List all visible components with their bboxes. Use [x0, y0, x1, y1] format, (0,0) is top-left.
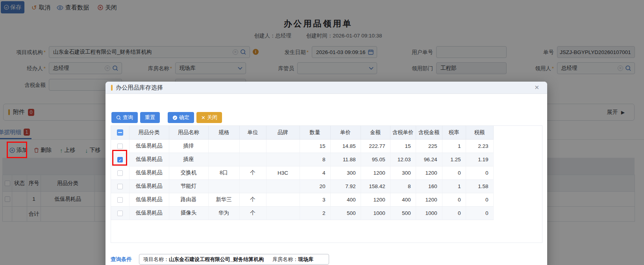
cell: 15: [390, 139, 416, 153]
column-header: 品牌: [266, 126, 300, 139]
cell: 插排: [169, 139, 208, 153]
cell: [239, 139, 266, 153]
cell: 1.25: [442, 153, 466, 166]
header-checkbox-cell: [111, 126, 129, 139]
cell: 插座: [169, 153, 208, 166]
table-row: 低值易耗品摄像头华为个25001000500100000: [111, 206, 493, 220]
cell: 11.88: [330, 153, 361, 166]
query-button[interactable]: 查询: [111, 112, 138, 123]
cell: 160: [416, 179, 442, 193]
table-row: 低值易耗品交换机8口个H3C43001200300120000: [111, 166, 493, 179]
cell: [239, 153, 266, 166]
cell: 158.42: [361, 179, 390, 193]
cell: 1000: [416, 206, 442, 220]
cell: 500: [330, 206, 361, 220]
cell: 路由器: [169, 193, 208, 206]
row-checkbox[interactable]: [117, 144, 123, 149]
cell: 2.23: [466, 139, 493, 153]
row-checkbox[interactable]: [117, 184, 123, 189]
cell: [266, 193, 300, 206]
inventory-table: 用品分类用品名称规格单位品牌数量单价金额含税单价含税金额税率税额 低值易耗品插排…: [111, 126, 494, 220]
cell: [208, 179, 239, 193]
row-checkbox[interactable]: [117, 197, 123, 203]
cell: 交换机: [169, 166, 208, 179]
cell: [239, 179, 266, 193]
cell: 95.05: [361, 153, 390, 166]
cell: 8口: [208, 166, 239, 179]
cell: 摄像头: [169, 206, 208, 220]
row-checkbox[interactable]: [117, 170, 123, 176]
reset-button[interactable]: 重置: [140, 112, 160, 123]
confirm-button[interactable]: 确定: [168, 112, 194, 123]
select-all-checkbox[interactable]: [117, 129, 123, 136]
cell: 4: [300, 166, 330, 179]
cell: 低值易耗品: [129, 206, 169, 220]
inventory-table-container: 用品分类用品名称规格单位品牌数量单价金额含税单价含税金额税率税额 低值易耗品插排…: [111, 125, 542, 243]
cell: [208, 153, 239, 166]
row-checkbox[interactable]: [117, 211, 123, 216]
cell: 225: [416, 139, 442, 153]
cell: 个: [239, 206, 266, 220]
warehouse-name-value: 现场库: [298, 256, 313, 263]
column-header: 金额: [361, 126, 390, 139]
x-icon: ✕: [201, 115, 205, 121]
cell: 1200: [416, 193, 442, 206]
query-condition-box: 项目名称：山东金石建设工程有限公司_财务结算机构 库房名称：现场库: [139, 254, 329, 265]
app-root: 保存 ↺ 取消 查看数据 关闭 办公用品领用单 创建人：总经理: [0, 0, 644, 265]
dialog-header: 办公用品库存选择 ✕: [105, 82, 547, 94]
cell: 12.03: [390, 153, 416, 166]
cell: 0: [466, 166, 493, 179]
dialog-title: 办公用品库存选择: [116, 84, 163, 91]
project-name-value: 山东金石建设工程有限公司_财务结算机构: [169, 256, 264, 263]
cell: 8: [300, 153, 330, 166]
dialog-close-icon[interactable]: ✕: [534, 84, 539, 90]
table-row: 低值易耗品节能灯207.92158.42816011.58: [111, 179, 493, 193]
cell: 低值易耗品: [129, 166, 169, 179]
column-header: 含税金额: [416, 126, 442, 139]
annotation-box-add: [7, 142, 27, 158]
cell: 1: [442, 179, 466, 193]
orange-bar-icon: [111, 85, 113, 91]
cell: 0: [442, 166, 466, 179]
column-header: 单价: [330, 126, 361, 139]
cell: 1.19: [466, 153, 493, 166]
cell: 15: [300, 139, 330, 153]
cell: 3: [300, 193, 330, 206]
cell: 1200: [361, 166, 390, 179]
query-condition-label: 查询条件: [111, 256, 132, 263]
cell: 300: [330, 166, 361, 179]
cell: 华为: [208, 206, 239, 220]
cell: 2: [300, 206, 330, 220]
cell: 新华三: [208, 193, 239, 206]
cell: 个: [239, 193, 266, 206]
inventory-table-header: 用品分类用品名称规格单位品牌数量单价金额含税单价含税金额税率税额: [111, 126, 493, 139]
cell: 7.92: [330, 179, 361, 193]
dialog-toolbar: 查询 重置 确定 ✕ 关闭: [111, 112, 224, 123]
cell: [266, 139, 300, 153]
cell: 1200: [416, 166, 442, 179]
cell: 20: [300, 179, 330, 193]
column-header: 用品名称: [169, 126, 208, 139]
search-icon: [116, 115, 121, 120]
cell: 1.58: [466, 179, 493, 193]
cell: 1200: [361, 193, 390, 206]
cell: 0: [466, 206, 493, 220]
cell: 低值易耗品: [129, 153, 169, 166]
check-circle-icon: [172, 115, 178, 120]
cell: [266, 206, 300, 220]
cell: 0: [442, 193, 466, 206]
cell: [266, 179, 300, 193]
cell: 个: [239, 166, 266, 179]
cell: 14.85: [330, 139, 361, 153]
table-row: 低值易耗品路由器新华三个34001200400120000: [111, 193, 493, 206]
column-header: 规格: [208, 126, 239, 139]
table-row: 低值易耗品插排1514.85222.771522512.23: [111, 139, 493, 153]
cell: 1000: [361, 206, 390, 220]
inventory-select-dialog: 办公用品库存选择 ✕ 查询 重置 确定 ✕ 关闭: [105, 82, 547, 265]
cell: 500: [390, 206, 416, 220]
cell: 300: [390, 166, 416, 179]
column-header: 税额: [466, 126, 493, 139]
column-header: 单位: [239, 126, 266, 139]
table-row: 低值易耗品插座811.8895.0512.0396.241.251.19: [111, 153, 493, 166]
dialog-close-button[interactable]: ✕ 关闭: [196, 112, 222, 123]
